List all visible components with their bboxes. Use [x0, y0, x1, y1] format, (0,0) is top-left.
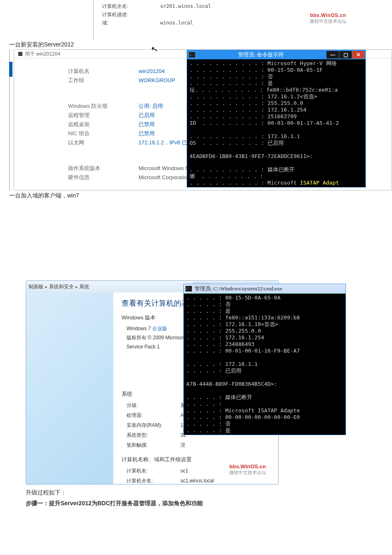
- srv-label: 远程管理: [68, 111, 139, 120]
- footer-line2: 步骤一：提升Server2012为BDC打开服务器管理器，添加角色和功能: [26, 498, 392, 509]
- watermark-line2: 微软中文技术论坛: [310, 18, 346, 24]
- top-value: winos.local: [160, 19, 193, 27]
- name-value: sc1.winos.local: [180, 476, 214, 484]
- srv-value[interactable]: WORKGROUP: [139, 76, 175, 85]
- watermark-line2: 微软中文技术论坛: [229, 470, 266, 476]
- caption-win7: 一台加入域的客户端，win7: [9, 192, 392, 200]
- sys-label: 笔和触摸:: [127, 440, 180, 450]
- top-label: 域:: [94, 19, 160, 27]
- name-label: 计算机全名:: [127, 476, 180, 484]
- srv-value[interactable]: 已禁用: [139, 129, 155, 138]
- name-label: 计算机名:: [127, 466, 180, 476]
- maximize-button[interactable]: ▢: [339, 51, 352, 58]
- srv-label: 硬件信息: [68, 173, 139, 182]
- srv-label: NIC 组合: [68, 129, 139, 138]
- srv-label: 以太网: [68, 138, 139, 147]
- cmd-window-win7[interactable]: C:\ 管理员: C:\Windows\system32\cmd.exe . .…: [183, 284, 346, 435]
- window-buttons: — ▢ ✕: [326, 51, 365, 58]
- sys-label: 处理器:: [127, 410, 180, 420]
- sys-value: 没: [180, 440, 185, 450]
- srv-label: 工作组: [68, 76, 139, 85]
- srv-value[interactable]: Microsoft Windows NT: [139, 164, 192, 173]
- tab-square-icon: [18, 52, 22, 56]
- section-computer-name: 计算机名称、域和工作组设置: [122, 456, 270, 463]
- close-button[interactable]: ✕: [352, 51, 365, 58]
- footer-line1: 升级过程如下：: [26, 487, 392, 498]
- srv-value[interactable]: 公用: 启用: [139, 102, 163, 111]
- srv-label: 远程桌面: [68, 120, 139, 129]
- cmd-titlebar[interactable]: C:\ 管理员: 命令提示符 — ▢ ✕: [187, 50, 365, 59]
- srv-label: 操作系统版本: [68, 164, 139, 173]
- server-manager-panel: ↖ 用于 win201204 计算机名win201204工作组WORKGROUP…: [14, 49, 392, 190]
- name-value: sc1: [180, 466, 188, 476]
- top-label: 计算机全名:: [94, 2, 160, 10]
- cmd-titlebar[interactable]: C:\ 管理员: C:\Windows\system32\cmd.exe: [184, 284, 346, 294]
- crumb-item[interactable]: 制面板: [29, 284, 44, 290]
- sys-label: 系统类型:: [127, 430, 180, 440]
- sys-label: 安装内存(RAM):: [127, 420, 180, 430]
- srv-label: 计算机名: [68, 67, 139, 76]
- cmd-output: . . . . . . . . . . . : Microsoft Hyper-…: [187, 59, 365, 187]
- caption-server2012: 一台新安装的Server2012: [9, 41, 392, 49]
- footer-text: 升级过程如下： 步骤一：提升Server2012为BDC打开服务器管理器，添加角…: [26, 487, 392, 509]
- blue-indicator: [9, 62, 12, 77]
- crumb-item[interactable]: 系统: [79, 284, 89, 290]
- srv-value[interactable]: 已启用: [139, 111, 155, 120]
- srv-value[interactable]: 已禁用: [139, 120, 155, 129]
- sys-label: 分级:: [127, 400, 180, 410]
- cmd-title-text: 管理员: 命令提示符: [238, 51, 284, 58]
- watermark: bbs.WinOS.cn 微软中文技术论坛: [229, 463, 266, 476]
- win7-sidebar: [26, 292, 114, 484]
- crumb-item[interactable]: 系统和安全: [49, 284, 74, 290]
- watermark: bbs.WinOS.cn 微软中文技术论坛: [310, 12, 346, 24]
- srv-value[interactable]: Microsoft Corporation: [139, 173, 190, 182]
- top-info-fragment: 计算机全名:sr201.winos.local计算机描述:域:winos.loc…: [93, 0, 392, 39]
- top-value: sr201.winos.local: [160, 2, 211, 10]
- server2012-screenshot: ↖ 用于 win201204 计算机名win201204工作组WORKGROUP…: [9, 49, 392, 190]
- cmd-icon: C:\: [185, 286, 192, 292]
- watermark-line1: bbs.WinOS.cn: [229, 463, 266, 470]
- breadcrumb[interactable]: 制面板系统和安全系统: [29, 283, 89, 290]
- cmd-output: . . . . . : 00-15-5D-0A-65-0A . . . . . …: [184, 294, 346, 435]
- top-label: 计算机描述:: [94, 10, 160, 19]
- server-tab-text: 用于 win201204: [25, 51, 60, 58]
- win7-screenshot: 制面板系统和安全系统 ▾ ↻ 搜索控制面板 查看有关计算机的基本信息 Windo…: [26, 280, 345, 484]
- minimize-button[interactable]: —: [326, 51, 339, 58]
- cmd-window-server[interactable]: C:\ 管理员: 命令提示符 — ▢ ✕ . . . . . . . . . .…: [187, 50, 366, 187]
- srv-value[interactable]: win201204: [139, 67, 165, 76]
- srv-label: Windows 防火墙: [68, 102, 139, 111]
- watermark-line1: bbs.WinOS.cn: [310, 12, 346, 18]
- cmd-title-text: 管理员: C:\Windows\system32\cmd.exe: [195, 285, 282, 292]
- edition-link[interactable]: 企业版: [152, 326, 167, 331]
- cmd-icon: C:\: [189, 52, 195, 58]
